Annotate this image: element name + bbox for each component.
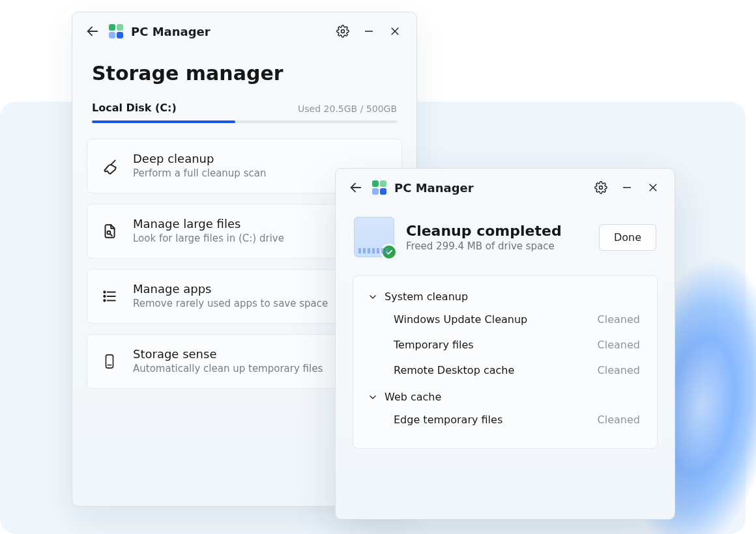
close-button[interactable] (385, 21, 405, 41)
svg-point-11 (104, 300, 105, 302)
minimize-icon (621, 182, 633, 193)
group-system-cleanup[interactable]: System cleanup (358, 283, 652, 307)
item-name: Remote Desktop cache (394, 364, 514, 376)
app-logo-icon (108, 23, 124, 40)
file-search-icon (100, 222, 119, 240)
card-subtitle: Remove rarely used apps to save space (133, 297, 328, 311)
svg-point-1 (342, 30, 345, 33)
app-title: PC Manager (131, 25, 211, 38)
svg-rect-13 (106, 355, 113, 368)
item-status: Cleaned (598, 339, 640, 351)
disk-name: Local Disk (C:) (92, 102, 177, 114)
broom-icon (100, 157, 119, 175)
minimize-button[interactable] (617, 178, 637, 197)
close-button[interactable] (643, 178, 663, 197)
cleanup-title: Cleanup completed (406, 223, 562, 239)
back-button[interactable] (347, 179, 364, 196)
cleanup-summary: Cleanup completed Freed 299.4 MB of driv… (336, 203, 675, 268)
group-label: Web cache (385, 391, 441, 403)
cleanup-item: Edge temporary files Cleaned (358, 407, 652, 432)
item-name: Temporary files (394, 339, 474, 351)
svg-point-16 (600, 186, 603, 190)
close-icon (389, 25, 401, 37)
drive-success-icon (354, 217, 394, 257)
done-button[interactable]: Done (599, 224, 656, 251)
card-subtitle: Look for large files in (C:) drive (133, 232, 284, 246)
chevron-down-icon (368, 292, 378, 302)
disk-usage-fill (92, 120, 235, 123)
svg-line-6 (110, 234, 112, 236)
gear-icon (594, 181, 607, 194)
disk-usage: Local Disk (C:) Used 20.5GB / 500GB (72, 94, 416, 126)
titlebar: PC Manager (336, 169, 675, 203)
chevron-down-icon (368, 392, 378, 402)
card-title: Deep cleanup (133, 151, 266, 167)
item-name: Windows Update Cleanup (394, 313, 527, 326)
svg-point-9 (104, 296, 105, 297)
page-title: Storage manager (72, 46, 416, 94)
item-status: Cleaned (598, 313, 640, 326)
item-name: Edge temporary files (394, 414, 502, 426)
app-logo-icon (371, 179, 388, 196)
settings-button[interactable] (333, 21, 353, 41)
card-title: Storage sense (133, 346, 323, 362)
card-subtitle: Perform a full cleanup scan (133, 167, 266, 181)
back-button[interactable] (84, 23, 101, 40)
card-title: Manage apps (133, 281, 328, 297)
close-icon (647, 182, 659, 193)
settings-button[interactable] (591, 178, 611, 197)
cleanup-result-window: PC Manager Cleanup completed Freed 299.4… (335, 168, 675, 520)
gear-icon (336, 25, 349, 38)
minimize-button[interactable] (359, 21, 379, 41)
group-web-cache[interactable]: Web cache (358, 383, 652, 407)
list-icon (100, 287, 119, 305)
drive-icon (100, 352, 119, 371)
app-title: PC Manager (394, 181, 474, 195)
cleanup-item: Temporary files Cleaned (358, 332, 652, 358)
svg-point-7 (104, 292, 105, 293)
group-label: System cleanup (385, 290, 468, 303)
cleanup-item: Windows Update Cleanup Cleaned (358, 307, 652, 332)
disk-usage-bar (92, 120, 397, 123)
minimize-icon (363, 25, 375, 37)
titlebar: PC Manager (72, 12, 416, 46)
cleanup-subtitle: Freed 299.4 MB of drive space (406, 240, 562, 252)
cleanup-details: System cleanup Windows Update Cleanup Cl… (353, 275, 658, 449)
card-subtitle: Automatically clean up temporary files (133, 362, 323, 376)
item-status: Cleaned (598, 364, 640, 376)
card-title: Manage large files (133, 216, 284, 232)
checkmark-badge-icon (381, 244, 398, 260)
disk-used-label: Used 20.5GB / 500GB (298, 104, 397, 114)
item-status: Cleaned (598, 414, 640, 426)
cleanup-item: Remote Desktop cache Cleaned (358, 358, 652, 383)
